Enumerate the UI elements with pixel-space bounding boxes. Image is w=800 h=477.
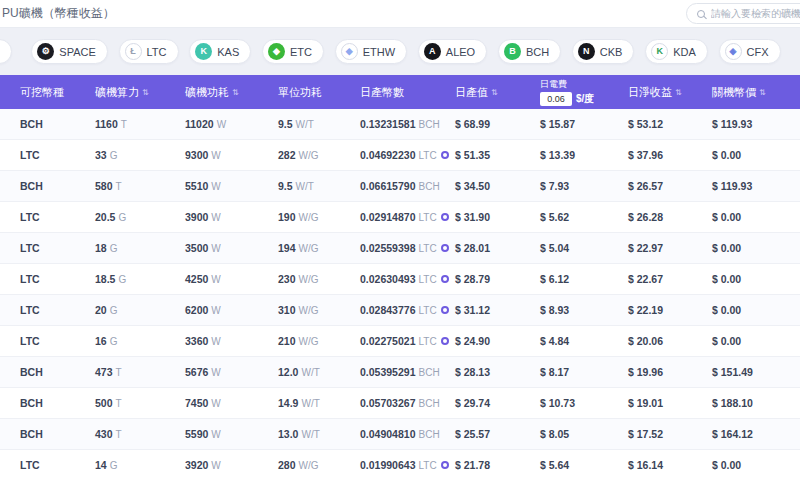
cell-net-profit: $ 26.28 (628, 211, 712, 223)
search-input[interactable] (711, 8, 800, 19)
cell-power: 11020W (185, 118, 278, 130)
cell-net-profit: $ 20.06 (628, 335, 712, 347)
cell-coin: LTC (20, 211, 95, 223)
cell-hashrate: 20.5G (95, 211, 185, 223)
cell-daily-coins: 0.02559398LTC (360, 242, 455, 254)
cell-coin: LTC (20, 459, 95, 471)
table-row[interactable]: LTC 20G 6200W 310W/G 0.02843776LTC $ 31.… (0, 295, 800, 326)
cell-coin: BCH (20, 397, 95, 409)
cell-daily-electricity-cost: $ 5.04 (540, 242, 628, 254)
table-row[interactable]: BCH 473T 5676W 12.0W/T 0.05395291BCH $ 2… (0, 357, 800, 388)
cell-net-profit: $ 22.19 (628, 304, 712, 316)
coin-tab[interactable]: K KAS (189, 39, 251, 64)
coin-tab[interactable]: ◈ CFX (719, 39, 781, 64)
cell-hashrate: 16G (95, 335, 185, 347)
cell-daily-coins: 0.01990643LTC (360, 459, 455, 471)
cell-power: 3920W (185, 459, 278, 471)
table-row[interactable]: BCH 1160T 11020W 9.5W/T 0.13231581BCH $ … (0, 109, 800, 140)
tabs-container: ⚙ SPACE Ł LTC K KAS ◆ ETC ◆ ETHW A ALEO … (0, 39, 800, 64)
cell-power: 3360W (185, 335, 278, 347)
coin-tab[interactable]: B BCH (498, 39, 561, 64)
col-header-hashrate[interactable]: 礦機算力 ⇅ (95, 85, 185, 100)
cell-unit-power: 280W/G (278, 459, 360, 471)
col-header-unit-power: 單位功耗 (278, 85, 360, 100)
cell-daily-electricity-cost: $ 10.73 (540, 397, 628, 409)
col-header-daily-value[interactable]: 日產值 ⇅ (455, 85, 540, 100)
col-header-net-profit[interactable]: 日淨收益 ⇅ (628, 85, 712, 100)
cell-daily-electricity-cost: $ 5.62 (540, 211, 628, 223)
coin-tab[interactable]: ⚙ SPACE (31, 39, 107, 64)
cell-hashrate: 473T (95, 366, 185, 378)
table-row[interactable]: BCH 500T 7450W 14.9W/T 0.05703267BCH $ 2… (0, 388, 800, 419)
col-header-shutdown-price[interactable]: 關機幣價 ⇅ (712, 85, 800, 100)
cell-coin: BCH (20, 118, 95, 130)
cell-power: 4250W (185, 273, 278, 285)
cell-shutdown-price: $ 0.00 (712, 242, 800, 254)
cell-hashrate: 430T (95, 428, 185, 440)
table-row[interactable]: LTC 33G 9300W 282W/G 0.04692230LTC $ 51.… (0, 140, 800, 171)
cell-daily-coins: 0.05395291BCH (360, 366, 455, 378)
search-box[interactable] (686, 3, 800, 24)
cell-power: 5590W (185, 428, 278, 440)
cell-unit-power: 194W/G (278, 242, 360, 254)
cell-unit-power: 310W/G (278, 304, 360, 316)
coin-icon: K (651, 43, 668, 60)
cell-hashrate: 1160T (95, 118, 185, 130)
cell-net-profit: $ 53.12 (628, 118, 712, 130)
cell-daily-electricity-cost: $ 15.87 (540, 118, 628, 130)
coin-tab[interactable]: K KDA (645, 39, 708, 64)
table-row[interactable]: BCH 430T 5590W 13.0W/T 0.04904810BCH $ 2… (0, 419, 800, 450)
cell-hashrate: 500T (95, 397, 185, 409)
sort-icon: ⇅ (759, 88, 765, 97)
cell-shutdown-price: $ 164.12 (712, 428, 800, 440)
electricity-price-input[interactable] (540, 92, 572, 106)
coin-tab-label: ALEO (446, 46, 475, 58)
cell-daily-value: $ 28.79 (455, 273, 540, 285)
cell-net-profit: $ 26.57 (628, 180, 712, 192)
cell-hashrate: 14G (95, 459, 185, 471)
coin-tab[interactable]: A ALEO (418, 39, 487, 64)
cell-coin: BCH (20, 366, 95, 378)
coin-tab-label: CFX (747, 46, 769, 58)
cell-daily-coins: 0.13231581BCH (360, 118, 455, 130)
coin-icon: Ł (125, 43, 142, 60)
cell-hashrate: 18.5G (95, 273, 185, 285)
electricity-label: 日電費 (540, 78, 567, 91)
table-row[interactable]: LTC 18.5G 4250W 230W/G 0.02630493LTC $ 2… (0, 264, 800, 295)
cell-power: 5676W (185, 366, 278, 378)
coin-tab[interactable]: N CKB (572, 39, 635, 64)
sort-icon: ⇅ (142, 88, 148, 97)
table-header: 可挖幣種 礦機算力 ⇅ 礦機功耗 ⇅ 單位功耗 日產幣數 日產值 ⇅ 日電費 $… (0, 75, 800, 109)
sort-icon: ⇅ (232, 88, 238, 97)
cell-daily-value: $ 24.90 (455, 335, 540, 347)
cell-coin: BCH (20, 180, 95, 192)
cell-hashrate: 580T (95, 180, 185, 192)
cell-daily-coins: 0.05703267BCH (360, 397, 455, 409)
cell-net-profit: $ 16.14 (628, 459, 712, 471)
merged-mining-badge (441, 244, 449, 252)
table-row[interactable]: LTC 14G 3920W 280W/G 0.01990643LTC $ 21.… (0, 450, 800, 477)
coin-tab[interactable]: ◆ ETC (262, 39, 324, 64)
cell-daily-value: $ 21.78 (455, 459, 540, 471)
cell-power: 9300W (185, 149, 278, 161)
cell-coin: LTC (20, 335, 95, 347)
cell-hashrate: 18G (95, 242, 185, 254)
coin-tab-label: BCH (526, 46, 549, 58)
coin-icon: B (504, 43, 521, 60)
cell-daily-value: $ 31.12 (455, 304, 540, 316)
sort-icon: ⇅ (491, 88, 497, 97)
col-header-power[interactable]: 礦機功耗 ⇅ (185, 85, 278, 100)
coin-tab[interactable]: ◆ ETHW (335, 39, 407, 64)
cell-shutdown-price: $ 0.00 (712, 335, 800, 347)
merged-mining-badge (441, 306, 449, 314)
cell-power: 3500W (185, 242, 278, 254)
table-row[interactable]: BCH 580T 5510W 9.5W/T 0.06615790BCH $ 34… (0, 171, 800, 202)
coin-icon: N (578, 43, 595, 60)
coin-tab-label: ETHW (363, 46, 395, 58)
table-row[interactable]: LTC 18G 3500W 194W/G 0.02559398LTC $ 28.… (0, 233, 800, 264)
coin-tab[interactable]: Ł LTC (119, 39, 179, 64)
cell-net-profit: $ 37.96 (628, 149, 712, 161)
table-row[interactable]: LTC 20.5G 3900W 190W/G 0.02914870LTC $ 3… (0, 202, 800, 233)
cell-unit-power: 12.0W/T (278, 366, 360, 378)
table-row[interactable]: LTC 16G 3360W 210W/G 0.02275021LTC $ 24.… (0, 326, 800, 357)
